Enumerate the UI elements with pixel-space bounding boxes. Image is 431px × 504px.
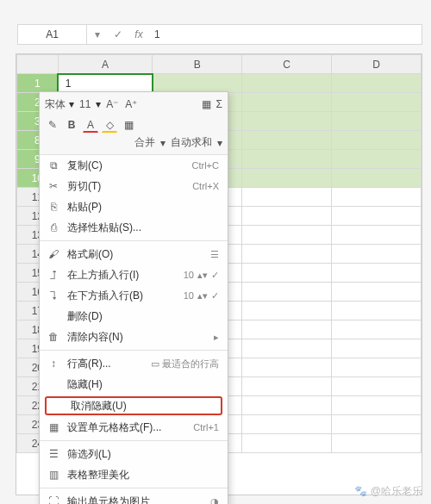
autosum-icon[interactable]: Σ bbox=[216, 98, 222, 110]
cell[interactable] bbox=[332, 74, 422, 93]
menu-item[interactable]: ⧉复制(C)Ctrl+C bbox=[40, 155, 228, 176]
cell[interactable] bbox=[332, 320, 422, 339]
cell[interactable] bbox=[332, 150, 422, 169]
menu-item[interactable]: ⮧在下方插入行(B)10▴▾✓ bbox=[40, 285, 228, 306]
cell[interactable] bbox=[332, 283, 422, 302]
cell[interactable] bbox=[242, 283, 332, 302]
cell[interactable] bbox=[242, 358, 332, 377]
autosum-label[interactable]: 自动求和 bbox=[171, 135, 212, 150]
menu-item[interactable]: ✂剪切(T)Ctrl+X bbox=[40, 176, 228, 196]
cell[interactable] bbox=[242, 131, 332, 150]
cell[interactable] bbox=[242, 245, 332, 264]
font-name[interactable]: 宋体 bbox=[45, 97, 66, 112]
cell[interactable] bbox=[332, 264, 422, 283]
menu-item-label: 输出单元格为图片 bbox=[67, 495, 203, 505]
context-menu: 宋体 ▾ 11 ▾ A⁻ A⁺ ▦ Σ ✎ B A ◇ ▦ 合并 ▾ 自动求和 … bbox=[39, 91, 228, 504]
menu-item[interactable]: 删除(D) bbox=[40, 306, 228, 327]
cell[interactable] bbox=[242, 377, 332, 396]
select-all-corner[interactable] bbox=[17, 55, 59, 74]
cell[interactable] bbox=[332, 434, 422, 453]
cell[interactable] bbox=[332, 131, 422, 150]
cell[interactable] bbox=[242, 150, 332, 169]
chevron-down-icon[interactable]: ▾ bbox=[217, 137, 222, 149]
menu-item[interactable]: 取消隐藏(U) bbox=[45, 396, 222, 415]
menu-item[interactable]: ⛶输出单元格为图片◑ bbox=[40, 491, 228, 504]
menu-item[interactable]: ⮥在上方插入行(I)10▴▾✓ bbox=[40, 264, 228, 285]
cell[interactable] bbox=[332, 339, 422, 358]
cell[interactable] bbox=[153, 74, 242, 93]
cell[interactable] bbox=[332, 93, 422, 112]
increase-font-icon[interactable]: A⁺ bbox=[123, 96, 139, 112]
cell[interactable] bbox=[242, 74, 332, 93]
font-name-dropdown-icon[interactable]: ▾ bbox=[69, 98, 74, 110]
cell[interactable] bbox=[242, 226, 332, 245]
cell[interactable] bbox=[242, 207, 332, 226]
format-painter-icon[interactable]: ✎ bbox=[45, 117, 60, 133]
menu-item-tail-icon[interactable]: ☰ bbox=[210, 249, 219, 260]
menu-item[interactable]: ⎘粘贴(P) bbox=[40, 196, 228, 217]
menu-separator bbox=[40, 240, 228, 241]
cell[interactable] bbox=[332, 377, 422, 396]
borders-button[interactable]: ▦ bbox=[121, 117, 136, 133]
column-header[interactable]: C bbox=[242, 55, 332, 74]
row-header[interactable]: 1 bbox=[17, 74, 59, 93]
menu-item-icon: ▥ bbox=[47, 469, 60, 481]
menu-item[interactable]: 🗑清除内容(N)▸ bbox=[40, 327, 228, 347]
name-box[interactable]: A1 bbox=[18, 25, 87, 44]
column-header[interactable]: A bbox=[58, 55, 153, 74]
row-count-spinner[interactable]: 10▴▾✓ bbox=[184, 290, 219, 302]
menu-item[interactable]: 🖌格式刷(O)☰ bbox=[40, 244, 228, 264]
menu-separator bbox=[40, 440, 228, 441]
menu-item[interactable]: ↕行高(R)...▭ 最适合的行高 bbox=[40, 353, 228, 374]
menu-item-label: 取消隐藏(U) bbox=[71, 399, 216, 414]
cell[interactable] bbox=[332, 188, 422, 207]
formula-accept-icon[interactable]: ✓ bbox=[108, 25, 128, 44]
column-header[interactable]: D bbox=[332, 55, 422, 74]
column-header[interactable]: B bbox=[153, 55, 242, 74]
cell[interactable] bbox=[242, 169, 332, 188]
cell[interactable] bbox=[242, 188, 332, 207]
cell[interactable] bbox=[242, 396, 332, 415]
font-size[interactable]: 11 bbox=[78, 98, 92, 110]
cell[interactable] bbox=[242, 264, 332, 283]
menu-item[interactable]: ⎙选择性粘贴(S)... bbox=[40, 217, 228, 238]
bold-button[interactable]: B bbox=[64, 117, 79, 133]
cell[interactable] bbox=[242, 93, 332, 112]
cell[interactable] bbox=[332, 302, 422, 320]
menu-item[interactable]: 隐藏(H) bbox=[40, 374, 228, 395]
merge-label[interactable]: 合并 bbox=[134, 135, 155, 150]
menu-item-label: 筛选列(L) bbox=[67, 447, 219, 462]
cell[interactable] bbox=[242, 339, 332, 358]
cell[interactable] bbox=[332, 415, 422, 434]
cell[interactable] bbox=[242, 434, 332, 453]
row-count-spinner[interactable]: 10▴▾✓ bbox=[184, 270, 219, 281]
cell[interactable] bbox=[242, 320, 332, 339]
column-header-row: A B C D bbox=[17, 55, 422, 74]
cell[interactable] bbox=[332, 358, 422, 377]
cell[interactable] bbox=[332, 207, 422, 226]
fx-icon[interactable]: fx bbox=[128, 25, 149, 44]
cell[interactable] bbox=[332, 226, 422, 245]
name-box-dropdown-icon[interactable]: ▾ bbox=[87, 25, 108, 44]
cell[interactable] bbox=[332, 396, 422, 415]
font-color-button[interactable]: A bbox=[83, 117, 98, 133]
merge-cells-icon[interactable]: ▦ bbox=[202, 98, 211, 110]
cell[interactable] bbox=[332, 112, 422, 131]
cell[interactable] bbox=[242, 302, 332, 320]
decrease-font-icon[interactable]: A⁻ bbox=[104, 96, 120, 112]
cell[interactable] bbox=[332, 245, 422, 264]
fill-color-button[interactable]: ◇ bbox=[102, 117, 117, 133]
chevron-down-icon[interactable]: ▾ bbox=[160, 137, 166, 149]
font-size-dropdown-icon[interactable]: ▾ bbox=[96, 98, 101, 110]
menu-item[interactable]: ▥表格整理美化 bbox=[40, 464, 228, 485]
menu-item[interactable]: ▦设置单元格格式(F)...Ctrl+1 bbox=[40, 417, 228, 438]
cell[interactable]: 1 bbox=[58, 74, 153, 93]
menu-item[interactable]: ☰筛选列(L) bbox=[40, 444, 228, 464]
cell[interactable] bbox=[242, 112, 332, 131]
formula-input[interactable]: 1 bbox=[149, 28, 422, 40]
menu-item-tail[interactable]: ▭ 最适合的行高 bbox=[151, 358, 219, 370]
menu-item-icon: ↕ bbox=[47, 358, 60, 370]
menu-shortcut: Ctrl+C bbox=[192, 160, 219, 171]
cell[interactable] bbox=[332, 169, 422, 188]
cell[interactable] bbox=[242, 415, 332, 434]
